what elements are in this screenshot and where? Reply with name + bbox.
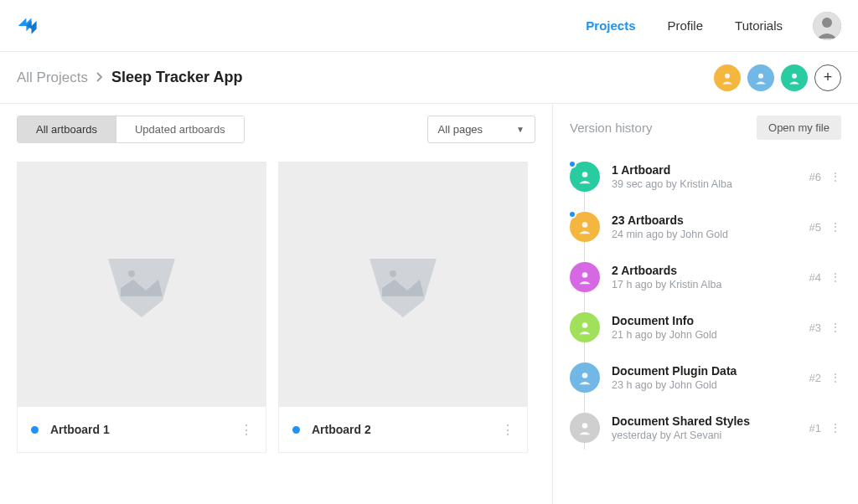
- history-item-title: 23 Artboards: [612, 213, 809, 227]
- version-tag: #3: [809, 321, 821, 334]
- history-item[interactable]: 23 Artboards24 min ago by John Gold#5⋮: [570, 207, 841, 257]
- history-item-meta: yesterday by Art Sevani: [612, 429, 809, 441]
- history-avatar: [570, 212, 600, 242]
- svg-point-4: [792, 73, 797, 78]
- dropdown-selected: All pages: [438, 123, 483, 136]
- svg-point-1: [822, 18, 832, 28]
- svg-point-7: [582, 172, 588, 177]
- more-icon[interactable]: ⋮: [830, 321, 841, 334]
- updated-dot-icon: [31, 426, 39, 434]
- history-item-meta: 23 h ago by John Gold: [612, 379, 809, 391]
- image-placeholder-icon: [361, 250, 445, 317]
- history-item[interactable]: Document Info21 h ago by John Gold#3⋮: [570, 307, 841, 357]
- history-item-title: 2 Artboards: [612, 264, 809, 277]
- caret-down-icon: ▼: [516, 125, 525, 134]
- svg-point-11: [582, 373, 588, 378]
- breadcrumb: All Projects Sleep Tracker App: [17, 69, 242, 86]
- artboard-card[interactable]: Artboard 1 ⋮: [17, 162, 266, 453]
- history-avatar: [570, 312, 600, 342]
- version-tag: #6: [809, 171, 821, 183]
- breadcrumb-root[interactable]: All Projects: [17, 69, 88, 86]
- new-badge-dot: [568, 210, 576, 219]
- history-item[interactable]: 2 Artboards17 h ago by Kristin Alba#4⋮: [570, 257, 841, 307]
- collaborator-list: +: [714, 64, 841, 91]
- version-tag: #1: [809, 422, 821, 435]
- history-item[interactable]: 1 Artboard39 sec ago by Kristin Alba#6⋮: [570, 157, 841, 207]
- history-body: Document Shared Stylesyesterday by Art S…: [612, 414, 809, 441]
- history-item-title: Document Shared Styles: [612, 414, 809, 428]
- history-item-title: Document Plugin Data: [612, 364, 809, 378]
- open-file-button[interactable]: Open my file: [757, 116, 841, 140]
- breadcrumb-current: Sleep Tracker App: [111, 69, 242, 86]
- history-avatar: [570, 162, 600, 192]
- artboards-panel: All artboards Updated artboards All page…: [0, 104, 553, 504]
- history-item-meta: 17 h ago by Kristin Alba: [612, 279, 809, 291]
- nav-projects[interactable]: Projects: [586, 18, 635, 33]
- history-item[interactable]: Document Plugin Data23 h ago by John Gol…: [570, 357, 841, 408]
- history-body: Document Plugin Data23 h ago by John Gol…: [612, 364, 809, 391]
- svg-point-8: [582, 222, 588, 228]
- history-avatar: [570, 413, 600, 443]
- new-badge-dot: [568, 160, 576, 168]
- svg-point-5: [128, 270, 135, 277]
- history-item-meta: 21 h ago by John Gold: [612, 329, 809, 341]
- more-icon[interactable]: ⋮: [830, 371, 841, 384]
- artboard-thumbnail: [278, 162, 528, 406]
- artboard-filter-tabs: All artboards Updated artboards: [17, 116, 245, 143]
- history-title: Version history: [570, 121, 652, 135]
- more-icon[interactable]: ⋮: [830, 270, 841, 284]
- more-icon[interactable]: ⋮: [830, 170, 841, 183]
- version-history-panel: Version history Open my file 1 Artboard3…: [553, 104, 858, 504]
- app-logo[interactable]: [17, 14, 40, 38]
- artboard-card[interactable]: Artboard 2 ⋮: [278, 162, 528, 453]
- artboard-thumbnail: [17, 162, 266, 406]
- more-icon[interactable]: ⋮: [830, 220, 841, 234]
- history-body: 23 Artboards24 min ago by John Gold: [612, 213, 809, 240]
- image-placeholder-icon: [100, 250, 183, 317]
- svg-point-3: [758, 73, 763, 78]
- artboard-name: Artboard 2: [312, 423, 501, 436]
- history-item-meta: 24 min ago by John Gold: [612, 229, 809, 240]
- history-body: 2 Artboards17 h ago by Kristin Alba: [612, 264, 809, 291]
- collaborator-avatar[interactable]: [714, 64, 741, 91]
- version-tag: #2: [809, 372, 821, 384]
- collaborator-avatar[interactable]: [747, 64, 774, 91]
- svg-point-12: [582, 423, 588, 429]
- svg-point-10: [582, 322, 588, 328]
- svg-point-6: [390, 270, 396, 277]
- top-nav: Projects Profile Tutorials: [586, 18, 783, 33]
- history-avatar: [570, 262, 600, 292]
- history-item-meta: 39 sec ago by Kristin Alba: [612, 178, 809, 190]
- history-list: 1 Artboard39 sec ago by Kristin Alba#6⋮2…: [570, 157, 841, 458]
- nav-tutorials[interactable]: Tutorials: [735, 18, 783, 33]
- chevron-right-icon: [96, 69, 103, 86]
- artboard-name: Artboard 1: [50, 423, 240, 436]
- history-body: Document Info21 h ago by John Gold: [612, 314, 809, 341]
- collaborator-avatar[interactable]: [781, 64, 808, 91]
- tab-updated-artboards[interactable]: Updated artboards: [116, 116, 244, 142]
- svg-point-2: [725, 73, 730, 78]
- history-avatar: [570, 363, 600, 393]
- nav-profile[interactable]: Profile: [668, 18, 704, 33]
- history-body: 1 Artboard39 sec ago by Kristin Alba: [612, 163, 809, 190]
- add-collaborator-button[interactable]: +: [814, 64, 841, 91]
- svg-point-9: [582, 272, 588, 278]
- version-tag: #4: [809, 271, 821, 284]
- pages-dropdown[interactable]: All pages ▼: [427, 116, 535, 143]
- more-icon[interactable]: ⋮: [501, 422, 514, 438]
- history-item-title: Document Info: [612, 314, 809, 327]
- version-tag: #5: [809, 221, 821, 234]
- more-icon[interactable]: ⋮: [830, 421, 841, 435]
- history-item[interactable]: Document Shared Stylesyesterday by Art S…: [570, 408, 841, 458]
- user-avatar[interactable]: [813, 12, 841, 40]
- tab-all-artboards[interactable]: All artboards: [18, 116, 116, 142]
- more-icon[interactable]: ⋮: [240, 422, 252, 438]
- updated-dot-icon: [292, 426, 300, 434]
- history-item-title: 1 Artboard: [612, 163, 809, 177]
